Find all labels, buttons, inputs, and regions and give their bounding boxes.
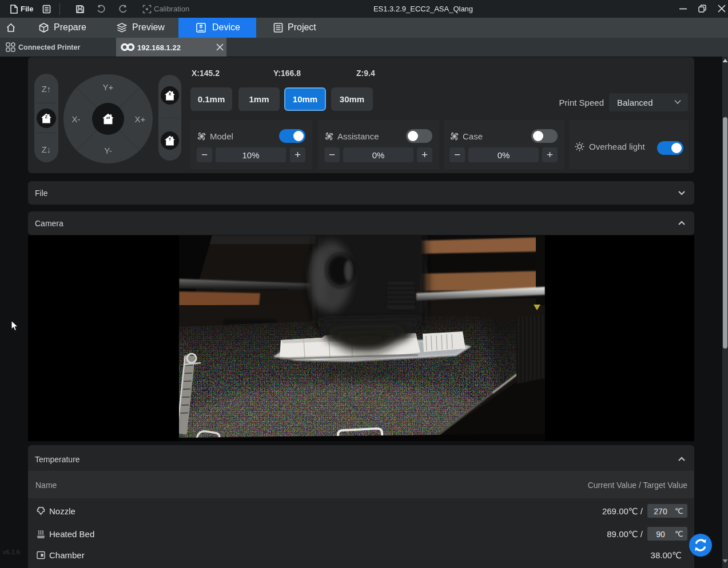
svg-text:X: X <box>169 92 172 96</box>
svg-text:Z: Z <box>45 115 48 119</box>
svg-text:Y: Y <box>169 137 172 141</box>
svg-text:all: all <box>106 116 110 119</box>
